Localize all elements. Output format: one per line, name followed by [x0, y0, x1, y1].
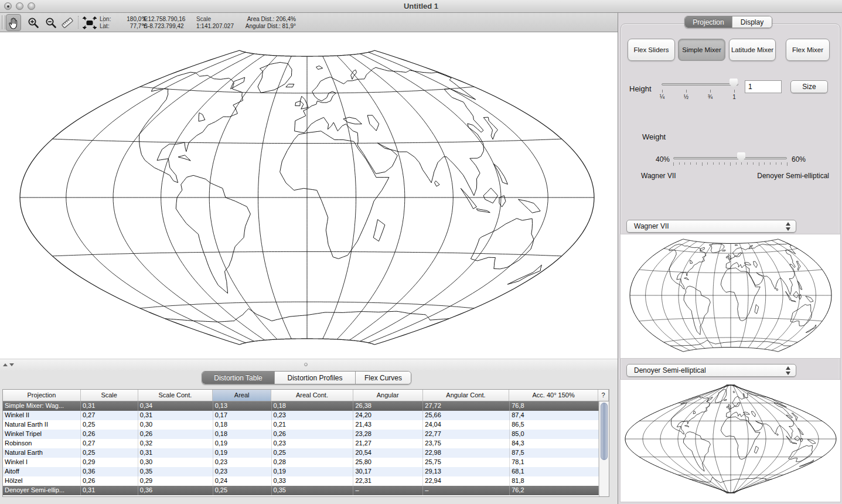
- table-cell[interactable]: 22,94: [423, 476, 510, 486]
- table-cell[interactable]: 0,35: [138, 467, 213, 476]
- table-cell[interactable]: 87,4: [510, 411, 599, 420]
- table-cell[interactable]: 0,26: [272, 430, 354, 439]
- column-header-areal[interactable]: Areal: [213, 390, 271, 401]
- table-scrollbar[interactable]: [599, 401, 609, 496]
- size-button[interactable]: Size: [790, 80, 828, 93]
- table-cell[interactable]: 21,27: [353, 439, 423, 448]
- fit-view-tool-button[interactable]: [82, 14, 97, 31]
- table-cell[interactable]: 0,31: [81, 401, 138, 411]
- table-cell[interactable]: 30,17: [353, 467, 423, 476]
- table-cell[interactable]: 68,1: [510, 467, 599, 476]
- table-cell[interactable]: 0,18: [213, 430, 272, 439]
- table-cell[interactable]: Simple Mixer: Wag...: [3, 401, 81, 411]
- weight-slider-track[interactable]: [673, 157, 787, 159]
- table-row[interactable]: Winkel Tripel0,260,260,180,2623,2822,778…: [3, 430, 599, 439]
- table-cell[interactable]: 85,0: [510, 430, 599, 439]
- splitter-handle[interactable]: [304, 363, 308, 366]
- table-cell[interactable]: –: [423, 486, 510, 495]
- hand-tool-button[interactable]: [6, 14, 21, 31]
- table-cell[interactable]: 26,38: [353, 401, 423, 411]
- table-cell[interactable]: 23,28: [353, 430, 423, 439]
- table-cell[interactable]: 0,19: [213, 439, 272, 448]
- table-row[interactable]: Simple Mixer: Wag...0,310,340,130,1826,3…: [3, 401, 599, 411]
- table-cell[interactable]: 23,75: [423, 439, 510, 448]
- simple-mixer-button[interactable]: Simple Mixer: [678, 39, 725, 61]
- flex-mixer-button[interactable]: Flex Mixer: [786, 39, 830, 61]
- table-row[interactable]: Winkel I0,290,300,230,2825,8025,7578,1: [3, 458, 599, 467]
- table-row[interactable]: Aitoff0,360,350,230,1930,1729,1368,1: [3, 467, 599, 476]
- table-cell[interactable]: 0,28: [272, 458, 354, 467]
- table-cell[interactable]: 87,5: [510, 448, 599, 458]
- table-cell[interactable]: 0,26: [81, 430, 138, 439]
- table-cell[interactable]: 0,23: [272, 439, 354, 448]
- table-cell[interactable]: 0,25: [213, 486, 272, 495]
- table-row[interactable]: Natural Earth0,250,310,190,2520,5422,988…: [3, 448, 599, 458]
- table-cell[interactable]: 25,75: [423, 458, 510, 467]
- collapse-up-arrow[interactable]: [3, 363, 8, 366]
- tab-distortion-profiles[interactable]: Distortion Profiles: [275, 372, 356, 384]
- table-cell[interactable]: 0,18: [213, 420, 272, 430]
- table-cell[interactable]: 25,80: [353, 458, 423, 467]
- table-cell[interactable]: 24,04: [423, 420, 510, 430]
- table-row[interactable]: Denoyer Semi-ellip...0,310,360,250,35––7…: [3, 486, 599, 495]
- table-row[interactable]: Winkel II0,270,310,170,2324,2025,6687,4: [3, 411, 599, 420]
- table-cell[interactable]: 0,25: [81, 448, 138, 458]
- collapse-down-arrow[interactable]: [9, 363, 14, 366]
- table-cell[interactable]: 20,54: [353, 448, 423, 458]
- toolbar-grip[interactable]: [2, 15, 5, 29]
- height-value-field[interactable]: [745, 80, 782, 93]
- table-cell[interactable]: Natural Earth II: [3, 420, 81, 430]
- table-cell[interactable]: 0,17: [213, 411, 272, 420]
- table-cell[interactable]: Natural Earth: [3, 448, 81, 458]
- table-cell[interactable]: 78,1: [510, 458, 599, 467]
- column-header-projection[interactable]: Projection: [3, 390, 81, 401]
- table-cell[interactable]: 0,35: [272, 486, 354, 495]
- table-cell[interactable]: Hölzel: [3, 476, 81, 486]
- table-cell[interactable]: 0,21: [272, 420, 354, 430]
- table-cell[interactable]: 0,32: [138, 439, 213, 448]
- table-cell[interactable]: 0,27: [81, 411, 138, 420]
- measure-tool-button[interactable]: [60, 14, 75, 31]
- table-cell[interactable]: 81,8: [510, 476, 599, 486]
- tab-flex-curves[interactable]: Flex Curves: [356, 372, 411, 384]
- table-cell[interactable]: 86,5: [510, 420, 599, 430]
- zoom-out-tool-button[interactable]: [43, 14, 59, 31]
- table-cell[interactable]: Denoyer Semi-ellip...: [3, 486, 81, 495]
- zoom-in-tool-button[interactable]: [26, 14, 41, 31]
- table-cell[interactable]: 0,24: [213, 476, 272, 486]
- main-map[interactable]: [0, 32, 618, 359]
- column-header-angular[interactable]: Angular: [353, 390, 423, 401]
- table-cell[interactable]: 0,29: [81, 458, 138, 467]
- tab-distortion-table[interactable]: Distortion Table: [202, 372, 275, 384]
- table-cell[interactable]: 0,30: [138, 420, 213, 430]
- flex-sliders-button[interactable]: Flex Sliders: [628, 39, 675, 61]
- table-cell[interactable]: 0,19: [213, 448, 272, 458]
- column-header-angular-cont-[interactable]: Angular Cont.: [423, 390, 510, 401]
- table-cell[interactable]: 29,13: [423, 467, 510, 476]
- table-cell[interactable]: Winkel Tripel: [3, 430, 81, 439]
- table-cell[interactable]: 0,19: [272, 467, 354, 476]
- table-cell[interactable]: 0,13: [213, 401, 272, 411]
- table-cell[interactable]: 0,36: [81, 467, 138, 476]
- table-cell[interactable]: Aitoff: [3, 467, 81, 476]
- table-cell[interactable]: 0,33: [272, 476, 354, 486]
- table-corner-button[interactable]: ?: [598, 390, 609, 401]
- table-cell[interactable]: 0,23: [213, 467, 272, 476]
- table-cell[interactable]: Winkel I: [3, 458, 81, 467]
- table-cell[interactable]: 76,2: [510, 486, 599, 495]
- table-cell[interactable]: 22,31: [353, 476, 423, 486]
- table-cell[interactable]: 0,31: [138, 411, 213, 420]
- column-header-acc-40-150-[interactable]: Acc. 40° 150%: [509, 390, 598, 401]
- tab-display[interactable]: Display: [732, 16, 772, 28]
- table-cell[interactable]: 27,72: [423, 401, 510, 411]
- splitter-bar[interactable]: [0, 359, 618, 370]
- table-cell[interactable]: 0,26: [81, 476, 138, 486]
- table-cell[interactable]: 84,3: [510, 439, 599, 448]
- projection2-dropdown[interactable]: Denoyer Semi-elliptical: [626, 364, 796, 377]
- table-cell[interactable]: 25,66: [423, 411, 510, 420]
- table-row[interactable]: Natural Earth II0,250,300,180,2121,4324,…: [3, 420, 599, 430]
- table-cell[interactable]: 0,23: [272, 411, 354, 420]
- table-cell[interactable]: 22,98: [423, 448, 510, 458]
- map-canvas[interactable]: [0, 32, 618, 359]
- latitude-mixer-button[interactable]: Latitude Mixer: [729, 39, 776, 61]
